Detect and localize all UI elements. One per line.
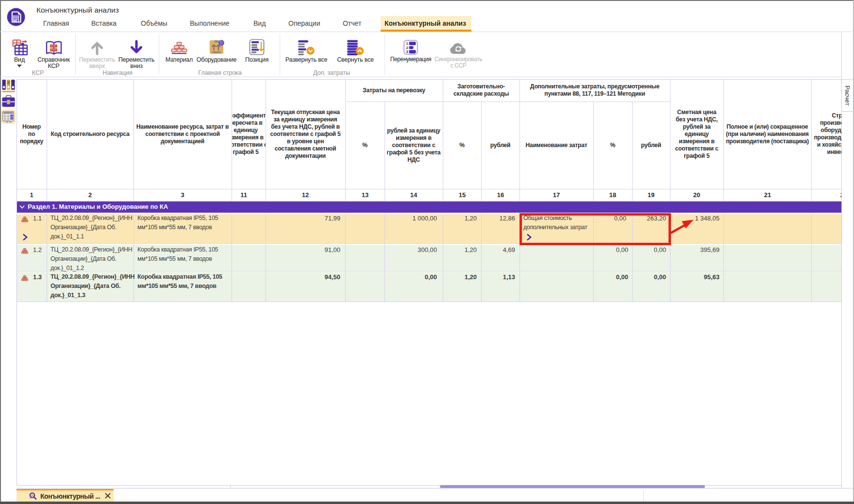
svg-text:3: 3 [406, 50, 408, 54]
